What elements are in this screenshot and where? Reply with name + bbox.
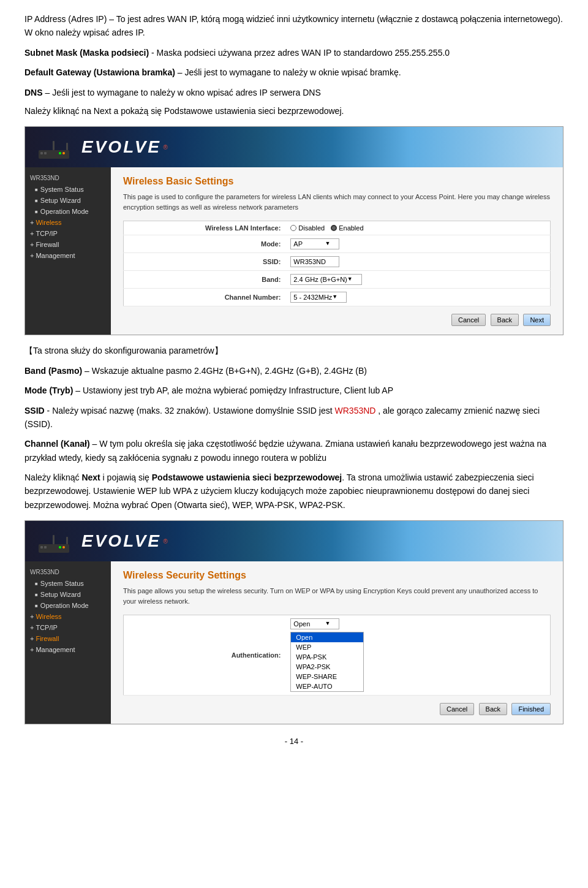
ssid-row: SSID: WR353ND [124, 253, 551, 271]
sidebar-item-management-1[interactable]: + Management [25, 250, 111, 261]
wlan-radio-group: Disabled Enabled [290, 224, 545, 232]
svg-rect-2 [44, 152, 47, 154]
sidebar-item-setup-wizard-2[interactable]: ■ Setup Wizard [25, 589, 111, 600]
sidebar-item-wireless-1[interactable]: + Wireless [25, 217, 111, 228]
dropdown-option-wep-share[interactable]: WEP-SHARE [291, 672, 363, 681]
router-image-2 [32, 526, 75, 556]
auth-dropdown-list: Open WEP WPA-PSK WPA2-PSK WEP-SHARE WEP-… [290, 632, 364, 692]
mode-row: Mode: AP ▼ [124, 235, 551, 253]
router-icon [36, 138, 72, 162]
gateway-label: Default Gateway (Ustawiona bramka) [24, 67, 175, 77]
folder-icon: + [30, 241, 34, 248]
router-body-2: WR353ND ■ System Status ■ Setup Wizard ■… [25, 561, 563, 724]
mode-select[interactable]: AP ▼ [290, 238, 339, 249]
router-screenshot-1: EVOLVE ® WR353ND ■ System Status ■ Setup… [24, 126, 564, 335]
wlan-enabled-option[interactable]: Enabled [331, 224, 363, 232]
config-note: 【Ta strona służy do skonfigurowania para… [24, 344, 564, 357]
button-row-1: Cancel Back Next [123, 314, 551, 326]
dropdown-option-wpa-psk[interactable]: WPA-PSK [291, 652, 363, 662]
sidebar-item-firewall-2[interactable]: + Firewall [25, 633, 111, 644]
cancel-button-1[interactable]: Cancel [451, 314, 486, 326]
band-desc: – Wskazuje aktualne pasmo 2.4GHz (B+G+N)… [85, 366, 367, 376]
svg-rect-8 [40, 546, 43, 548]
wlan-row: Wireless LAN Interface: Disabled Enabled [124, 221, 551, 235]
channel-row: Channel Number: 5 - 2432MHz ▼ [124, 289, 551, 306]
paragraph-1: IP Address (Adres IP) – To jest adres WA… [24, 12, 564, 40]
auth-value: Open ▼ Open WEP WPA-PSK WPA2-PSK WEP-SHA… [285, 615, 550, 696]
wlan-disabled-option[interactable]: Disabled [290, 224, 325, 232]
router-page-title-2: Wireless Security Settings [123, 570, 551, 581]
bullet-icon: ■ [35, 187, 38, 192]
auth-select-display[interactable]: Open ▼ [290, 618, 339, 629]
svg-rect-1 [40, 152, 43, 154]
back-button-1[interactable]: Back [491, 314, 519, 326]
svg-rect-6 [66, 143, 68, 150]
sidebar-item-setup-wizard-1[interactable]: ■ Setup Wizard [25, 195, 111, 206]
router-header-2: EVOLVE ® [25, 521, 563, 561]
finished-button[interactable]: Finished [511, 703, 551, 715]
svg-rect-9 [44, 546, 47, 548]
channel-label-text: Channel (Kanał) [24, 439, 90, 449]
band-select[interactable]: 2.4 GHz (B+G+N) ▼ [290, 274, 361, 285]
paragraph-6: 【Ta strona służy do skonfigurowania para… [24, 344, 564, 357]
svg-point-3 [59, 152, 61, 154]
channel-select[interactable]: 5 - 2432MHz ▼ [290, 292, 347, 303]
svg-point-10 [59, 546, 61, 548]
sidebar-item-system-status-2[interactable]: ■ System Status [25, 578, 111, 589]
page-number: - 14 - [285, 737, 303, 746]
paragraph-4: DNS – Jeśli jest to wymagane to należy w… [24, 86, 564, 118]
dropdown-option-wep-auto[interactable]: WEP-AUTO [291, 681, 363, 691]
mode-value: AP ▼ [285, 235, 550, 253]
ssid-label-text: SSID [24, 406, 45, 416]
router-header-1: EVOLVE ® [25, 127, 563, 167]
band-label: Band: [124, 271, 286, 289]
cancel-button-2[interactable]: Cancel [440, 703, 474, 715]
dropdown-option-open[interactable]: Open [291, 632, 363, 642]
router-main-1: Wireless Basic Settings This page is use… [111, 167, 563, 335]
auth-label: Authentication: [124, 615, 286, 696]
router-description-1: This page is used to configure the param… [123, 192, 551, 212]
sidebar-item-operation-mode-1[interactable]: ■ Operation Mode [25, 206, 111, 217]
auth-row: Authentication: Open ▼ Open WEP WPA-PSK … [124, 615, 551, 696]
dropdown-option-wep[interactable]: WEP [291, 642, 363, 652]
bullet-icon: ■ [35, 603, 38, 609]
next-button-1[interactable]: Next [523, 314, 551, 326]
svg-rect-0 [39, 150, 69, 159]
paragraph-band: Band (Pasmo) – Wskazuje aktualne pasmo 2… [24, 364, 564, 378]
band-value: 2.4 GHz (B+G+N) ▼ [285, 271, 550, 289]
router-description-2: This page allows you setup the wireless … [123, 586, 551, 606]
ssid-label: SSID: [124, 253, 286, 271]
channel-label: Channel Number: [124, 289, 286, 306]
sidebar-item-firewall-1[interactable]: + Firewall [25, 239, 111, 250]
paragraph-security-intro: Należy kliknąć Next i pojawią się Podsta… [24, 471, 564, 512]
sidebar-item-tcpip-2[interactable]: + TCP/IP [25, 622, 111, 633]
paragraph-2: Subnet Mask (Maska podsieci) - Maska pod… [24, 46, 564, 59]
folder-icon: + [30, 635, 34, 642]
sidebar-item-operation-mode-2[interactable]: ■ Operation Mode [25, 600, 111, 611]
folder-icon: + [30, 624, 34, 631]
settings-form-2: Authentication: Open ▼ Open WEP WPA-PSK … [123, 615, 551, 696]
device-name-1: WR353ND [25, 172, 111, 184]
next-bold: Next [81, 472, 100, 482]
ssid-value: WR353ND [285, 253, 550, 271]
band-label-text: Band (Pasmo) [24, 366, 82, 376]
page-footer: - 14 - [24, 737, 564, 746]
svg-rect-5 [53, 141, 55, 150]
router-image-1 [32, 132, 75, 162]
mode-label: Mode: [124, 235, 286, 253]
gateway-text: – Jeśli jest to wymagane to należy w okn… [178, 67, 401, 77]
sidebar-item-tcpip-1[interactable]: + TCP/IP [25, 228, 111, 239]
sidebar-item-system-status-1[interactable]: ■ System Status [25, 184, 111, 195]
ssid-select[interactable]: WR353ND [290, 256, 339, 267]
paragraph-ssid: SSID - Należy wpisać nazwę (maks. 32 zna… [24, 404, 564, 431]
svg-point-4 [62, 152, 65, 154]
radio-icon [290, 225, 296, 231]
router-page-title-1: Wireless Basic Settings [123, 176, 551, 187]
sidebar-item-management-2[interactable]: + Management [25, 644, 111, 655]
back-button-2[interactable]: Back [479, 703, 507, 715]
sidebar-item-wireless-2[interactable]: + Wireless [25, 611, 111, 622]
bullet-icon: ■ [35, 209, 38, 214]
router-logo: EVOLVE ® [81, 137, 168, 157]
next-instruction-1: Należy kliknąć na Next a pokażą się Pods… [24, 106, 344, 116]
dropdown-option-wpa2-psk[interactable]: WPA2-PSK [291, 662, 363, 672]
